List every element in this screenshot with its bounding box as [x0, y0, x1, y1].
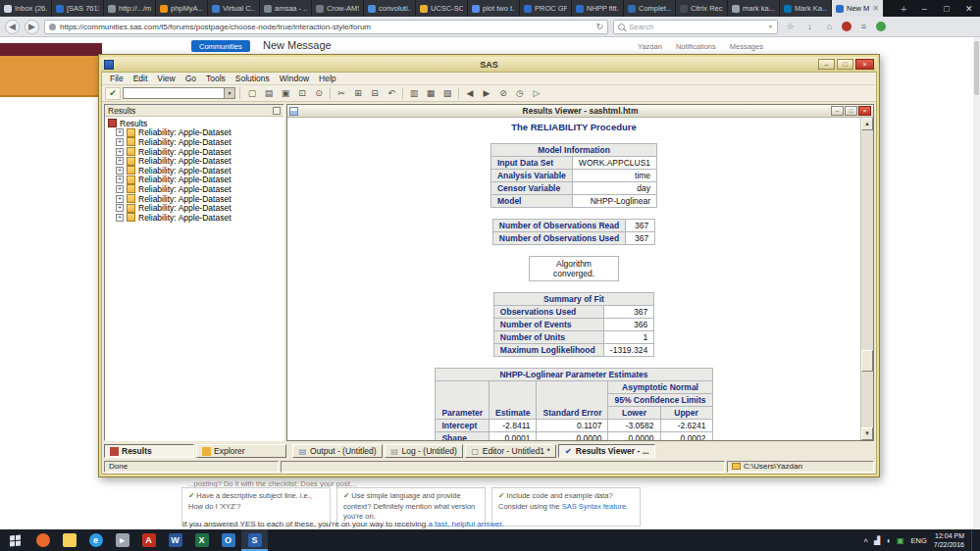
undo-icon[interactable]: ↶	[384, 86, 399, 100]
scroll-up-icon[interactable]: ▲	[861, 118, 873, 130]
browser-tab[interactable]: PROC GP...✕	[520, 0, 572, 17]
expand-icon[interactable]: +	[116, 175, 124, 183]
window-button[interactable]: ▤Output - (Untitled)	[292, 444, 383, 458]
taskbar-media-player-icon[interactable]: ▸	[109, 529, 135, 551]
clock-icon[interactable]: ◷	[512, 86, 528, 100]
viewer-scrollbar[interactable]: ▲ ▼	[860, 118, 873, 440]
command-combobox[interactable]: ▼	[123, 87, 235, 99]
tree-item[interactable]: +Reliability: Apple-Dataset	[108, 203, 284, 213]
messages-link[interactable]: Messages	[730, 42, 763, 51]
print-preview-icon[interactable]: ⊙	[311, 86, 327, 100]
viewer-minimize-button[interactable]: –	[831, 106, 844, 116]
table-view-icon[interactable]: ▦	[423, 86, 438, 100]
forward-button[interactable]: ▶	[25, 20, 39, 34]
bookmark-star-icon[interactable]: ☆	[783, 22, 798, 31]
viewer-close-button[interactable]: ×	[858, 106, 871, 116]
profile-avatar[interactable]	[842, 22, 851, 31]
browser-tab[interactable]: NHPP fitt...✕	[572, 0, 624, 17]
new-file-icon[interactable]: ▢	[244, 86, 260, 100]
cut-icon[interactable]: ✂	[334, 86, 349, 100]
shield-icon[interactable]: ▣	[897, 536, 904, 545]
submit-check-icon[interactable]: ✔	[105, 87, 121, 100]
communities-brand-button[interactable]: Communities	[191, 40, 250, 52]
reload-icon[interactable]: ↻	[595, 22, 603, 31]
taskbar-excel-icon[interactable]: X	[188, 529, 215, 551]
sas-title-bar[interactable]: SAS – □ ×	[101, 57, 877, 72]
menu-file[interactable]: File	[105, 74, 129, 83]
menu-view[interactable]: View	[152, 74, 180, 83]
expand-icon[interactable]: +	[116, 185, 124, 193]
menu-window[interactable]: Window	[275, 74, 314, 83]
expand-icon[interactable]: +	[116, 157, 124, 165]
new-tab-button[interactable]: +	[894, 0, 913, 17]
sas-restore-button[interactable]: □	[837, 59, 853, 70]
tab-close-icon[interactable]: ✕	[872, 4, 879, 13]
window-minimize-button[interactable]: –	[913, 0, 936, 17]
taskbar-word-icon[interactable]: W	[162, 529, 188, 551]
tree-item[interactable]: +Reliability: Apple-Dataset	[108, 156, 284, 166]
menu-go[interactable]: Go	[181, 74, 201, 83]
new-library-icon[interactable]: ▥	[406, 86, 422, 100]
taskbar-file-explorer-icon[interactable]	[56, 529, 82, 551]
show-desktop-button[interactable]	[971, 529, 976, 551]
browser-tab[interactable]: Citrix Rec...✕	[676, 0, 728, 17]
back-button[interactable]: ◀	[5, 20, 20, 34]
downloads-icon[interactable]: ↓	[802, 22, 817, 31]
expand-icon[interactable]: +	[116, 128, 124, 136]
window-close-button[interactable]: ✕	[957, 0, 980, 17]
tip-link[interactable]: SAS Syntax feature.	[562, 502, 629, 511]
expand-icon[interactable]: +	[116, 138, 124, 146]
page-scroll-thumb[interactable]	[974, 41, 979, 95]
sync-icon[interactable]	[876, 22, 886, 31]
viewer-title-bar[interactable]: Results Viewer - sashtml.htm – □ ×	[287, 105, 873, 118]
expand-icon[interactable]: +	[116, 167, 124, 175]
url-bar[interactable]: https://communities.sas.com/t5/forums/po…	[44, 20, 608, 34]
graph-icon[interactable]: ▧	[439, 86, 455, 100]
viewer-restore-button[interactable]: □	[845, 106, 857, 116]
tree-item[interactable]: +Reliability: Apple-Dataset	[108, 194, 284, 204]
taskbar-internet-explorer-icon[interactable]: e	[82, 529, 109, 551]
menu-solutions[interactable]: Solutions	[231, 74, 275, 83]
scroll-thumb[interactable]	[861, 350, 873, 372]
expand-icon[interactable]: +	[116, 195, 124, 203]
network-icon[interactable]: ▟	[874, 536, 880, 545]
answer-link[interactable]: a fast, helpful answer.	[428, 520, 503, 528]
tree-item[interactable]: +Reliability: Apple-Dataset	[108, 166, 284, 175]
panel-close-button[interactable]	[273, 107, 281, 115]
browser-tab[interactable]: [SAS 7611...✕	[52, 0, 104, 17]
save-icon[interactable]: ▣	[278, 86, 293, 100]
paste-icon[interactable]: ⊟	[367, 86, 383, 100]
start-button[interactable]	[0, 529, 29, 551]
window-button[interactable]: ✔Results Viewer - ...	[558, 444, 655, 458]
browser-tab[interactable]: phpMyA...✕	[156, 0, 208, 17]
window-button[interactable]: ▤Log - (Untitled)	[385, 444, 463, 458]
go-forward-icon[interactable]: ▶	[479, 86, 494, 100]
language-indicator[interactable]: ENG	[911, 536, 927, 545]
panel-tab-results[interactable]: Results	[104, 444, 194, 458]
tree-item[interactable]: +Reliability: Apple-Dataset	[108, 147, 284, 157]
browser-tab[interactable]: amsaa - ...✕	[260, 0, 312, 17]
tree-item[interactable]: +Reliability: Apple-Dataset	[108, 175, 284, 185]
browser-tab[interactable]: New M...✕	[832, 0, 884, 17]
volume-icon[interactable]: ◖	[886, 536, 891, 545]
window-button[interactable]: ▢Editor - Untitled1 *	[465, 444, 556, 458]
taskbar-outlook-icon[interactable]: O	[215, 529, 241, 551]
page-scrollbar[interactable]	[973, 37, 980, 529]
scroll-down-icon[interactable]: ▼	[861, 427, 873, 440]
home-icon[interactable]: ⌂	[822, 22, 837, 31]
open-folder-icon[interactable]: ▤	[261, 86, 277, 100]
tree-item[interactable]: +Reliability: Apple-Dataset	[108, 184, 284, 194]
tree-item[interactable]: +Reliability: Apple-Dataset	[108, 137, 284, 147]
print-icon[interactable]: ⊡	[294, 86, 310, 100]
search-input[interactable]: Search ▼	[613, 20, 778, 34]
menu-tools[interactable]: Tools	[201, 74, 231, 83]
browser-tab[interactable]: mark ka...✕	[728, 0, 780, 17]
sas-minimize-button[interactable]: –	[818, 59, 835, 70]
taskbar-clock[interactable]: 12:04 PM 7/22/2016	[934, 531, 964, 550]
menu-icon[interactable]: ≡	[856, 22, 871, 31]
taskbar-firefox-icon[interactable]	[29, 529, 56, 551]
go-back-icon[interactable]: ◀	[462, 86, 478, 100]
browser-tab[interactable]: Crow-AMSA...✕	[312, 0, 364, 17]
sas-close-button[interactable]: ×	[855, 59, 874, 70]
browser-tab[interactable]: Mark Ka...✕	[780, 0, 832, 17]
